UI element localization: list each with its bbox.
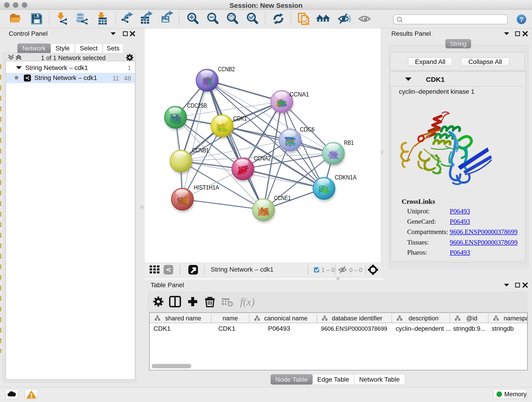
svg-text:canonical name: canonical name: [264, 315, 307, 322]
svg-text:@id: @id: [466, 315, 477, 322]
svg-text:RB1: RB1: [344, 139, 354, 146]
svg-text:0 – 0: 0 – 0: [349, 267, 362, 274]
svg-text:CCNB2: CCNB2: [218, 66, 235, 73]
svg-text:CCNA2: CCNA2: [254, 155, 271, 162]
svg-text:9606.ENSP00000378699: 9606.ENSP00000378699: [321, 325, 387, 332]
svg-text:1 – 0: 1 – 0: [322, 267, 335, 274]
svg-text:database identifier: database identifier: [332, 315, 382, 322]
svg-text:HIST1H1A: HIST1H1A: [194, 184, 219, 191]
svg-text:CCNE1: CCNE1: [274, 195, 291, 201]
svg-text:CDK1: CDK1: [218, 325, 235, 332]
svg-text:CDK1: CDK1: [233, 115, 247, 122]
svg-text:name: name: [222, 315, 238, 322]
svg-text:CDKN1A: CDKN1A: [335, 174, 356, 181]
svg-text:description: description: [409, 315, 438, 322]
svg-text:CCNA1: CCNA1: [289, 91, 309, 98]
svg-text:CDC6: CDC6: [300, 126, 315, 133]
svg-text:CCNB1: CCNB1: [192, 147, 209, 154]
svg-text:CDK1: CDK1: [153, 325, 171, 332]
svg-text:f(x): f(x): [240, 296, 255, 307]
svg-text:cyclin–dependent ...: cyclin–dependent ...: [396, 325, 451, 332]
svg-text:CDC25B: CDC25B: [187, 102, 207, 109]
svg-text:stringdb:9...: stringdb:9...: [453, 325, 486, 332]
svg-text:namespace: namespace: [504, 315, 527, 322]
svg-text:P06493: P06493: [268, 325, 290, 332]
svg-text:stringdb: stringdb: [492, 325, 514, 332]
svg-text:shared name: shared name: [165, 315, 201, 322]
